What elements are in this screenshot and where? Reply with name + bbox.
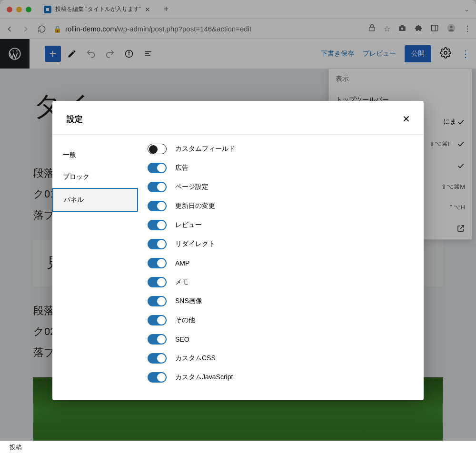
panel-toggle-row: その他 <box>148 311 414 330</box>
panel-toggle[interactable] <box>148 296 167 306</box>
panel-toggle-row: カスタムJavaScript <box>148 368 414 387</box>
panel-toggle-label: AMP <box>175 259 189 267</box>
panel-toggle-label: ページ設定 <box>175 183 208 191</box>
panel-toggle-row: SEO <box>148 330 414 349</box>
panel-toggle-label: リダイレクト <box>175 240 215 248</box>
panel-toggle[interactable] <box>148 315 167 325</box>
preferences-modal: 設定 ✕ 一般ブロックパネル カスタムフィールド広告ページ設定更新日の変更レビュ… <box>52 101 424 400</box>
status-bar: 投稿 <box>0 441 476 453</box>
panel-toggle[interactable] <box>148 220 167 230</box>
panel-toggle-label: レビュー <box>175 221 202 229</box>
status-text: 投稿 <box>10 443 22 451</box>
panel-toggle-list: カスタムフィールド広告ページ設定更新日の変更レビューリダイレクトAMPメモSNS… <box>138 135 424 387</box>
panel-toggle[interactable] <box>148 277 167 287</box>
panel-toggle[interactable] <box>148 258 167 268</box>
panel-toggle-label: 広告 <box>175 164 188 172</box>
modal-tab-panel[interactable]: パネル <box>52 188 138 212</box>
panel-toggle-row: レビュー <box>148 216 414 235</box>
panel-toggle-label: SNS画像 <box>175 297 202 305</box>
modal-tab-block[interactable]: ブロック <box>52 166 138 188</box>
panel-toggle-label: SEO <box>175 335 189 343</box>
panel-toggle-label: 更新日の変更 <box>175 202 215 210</box>
panel-toggle[interactable] <box>148 182 167 192</box>
modal-tab-general[interactable]: 一般 <box>52 144 138 166</box>
panel-toggle-label: カスタムフィールド <box>175 145 235 153</box>
panel-toggle-label: メモ <box>175 278 188 286</box>
panel-toggle-row: 更新日の変更 <box>148 197 414 216</box>
panel-toggle[interactable] <box>148 334 167 345</box>
panel-toggle-row: カスタムCSS <box>148 349 414 368</box>
panel-toggle[interactable] <box>148 239 167 249</box>
modal-tabs: 一般ブロックパネル <box>52 135 138 387</box>
panel-toggle[interactable] <box>148 163 167 173</box>
panel-toggle-label: カスタムJavaScript <box>175 373 233 382</box>
panel-toggle-row: SNS画像 <box>148 292 414 311</box>
close-modal-button[interactable]: ✕ <box>402 113 410 125</box>
panel-toggle-row: カスタムフィールド <box>148 139 414 158</box>
panel-toggle-row: メモ <box>148 273 414 292</box>
panel-toggle[interactable] <box>148 144 167 154</box>
panel-toggle-row: 広告 <box>148 158 414 177</box>
panel-toggle[interactable] <box>148 372 167 383</box>
panel-toggle-row: リダイレクト <box>148 235 414 254</box>
panel-toggle-row: ページ設定 <box>148 177 414 197</box>
modal-title: 設定 <box>67 114 83 125</box>
panel-toggle-label: カスタムCSS <box>175 354 216 363</box>
panel-toggle-label: その他 <box>175 316 195 325</box>
panel-toggle-row: AMP <box>148 254 414 273</box>
panel-toggle[interactable] <box>148 353 167 364</box>
panel-toggle[interactable] <box>148 201 167 211</box>
